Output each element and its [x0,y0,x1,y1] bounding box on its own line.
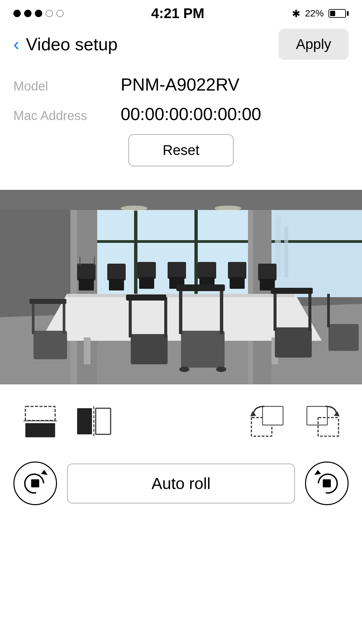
svg-rect-52 [126,294,166,301]
svg-point-23 [121,206,147,211]
svg-rect-19 [70,190,77,384]
signal-dot-3 [35,10,42,17]
svg-rect-48 [29,299,66,304]
model-row: Model PNM-A9022RV [13,74,349,95]
svg-rect-61 [308,290,311,331]
svg-rect-30 [79,279,94,290]
camera-scene-svg [0,190,362,384]
battery-icon [328,9,349,18]
page-title: Video setup [26,34,118,54]
svg-marker-77 [41,470,48,475]
auto-roll-row: Auto roll [13,462,349,505]
model-label: Model [13,79,121,94]
svg-marker-79 [314,470,321,475]
svg-rect-36 [139,277,154,289]
svg-rect-39 [198,262,216,279]
header: ‹ Video setup Apply [0,24,362,64]
svg-rect-27 [84,337,90,364]
svg-rect-66 [25,423,55,437]
svg-rect-55 [220,287,223,334]
svg-point-58 [216,367,226,372]
model-value: PNM-A9022RV [121,74,240,95]
svg-rect-43 [258,264,277,280]
apply-button[interactable]: Apply [279,29,349,60]
controls-section: Auto roll [0,384,362,522]
svg-rect-45 [34,331,67,359]
rotate-left-button[interactable] [241,401,295,441]
controls-row-1 [13,401,349,441]
svg-rect-74 [307,407,327,425]
battery-fill [330,11,335,16]
rotate-right-button[interactable] [295,401,349,441]
svg-rect-62 [271,288,313,294]
mac-row: Mac Address 00:00:00:00:00:00 [13,104,349,124]
svg-rect-53 [181,331,225,368]
rotate-cw-button[interactable] [305,462,349,505]
reset-button[interactable]: Reset [128,134,234,166]
svg-rect-31 [79,257,80,265]
svg-rect-80 [323,479,331,487]
svg-point-57 [179,367,189,372]
mac-label: Mac Address [13,109,121,123]
status-right: ✱ 22% [292,8,349,19]
bluetooth-icon: ✱ [292,8,300,19]
svg-rect-64 [327,294,330,327]
svg-rect-33 [107,264,126,280]
svg-rect-50 [129,297,132,337]
svg-rect-56 [176,284,225,291]
svg-rect-37 [168,262,186,279]
flip-vertical-button[interactable] [13,401,67,441]
svg-rect-42 [230,277,245,289]
svg-rect-12 [74,240,251,243]
header-left: ‹ Video setup [13,34,118,54]
svg-rect-32 [94,257,95,265]
info-section: Model PNM-A9022RV Mac Address 00:00:00:0… [0,64,362,190]
svg-rect-21 [248,190,253,384]
battery-body [328,9,346,18]
signal-dot-1 [13,10,21,17]
svg-rect-63 [328,324,359,351]
svg-rect-49 [131,334,168,364]
svg-rect-34 [109,279,124,290]
signal-dot-4 [46,10,53,17]
signal-dot-2 [24,10,32,17]
camera-preview [0,190,362,384]
svg-rect-35 [137,262,156,279]
rotate-ccw-button[interactable] [13,462,57,505]
svg-point-24 [215,206,241,211]
signal-dot-5 [56,10,64,17]
auto-roll-button[interactable]: Auto roll [67,464,295,503]
back-arrow-icon: ‹ [13,36,19,53]
svg-rect-47 [63,301,65,334]
status-time: 4:21 PM [151,5,204,21]
battery-tip [347,11,349,16]
svg-rect-46 [32,301,35,334]
svg-rect-41 [228,262,246,279]
svg-rect-54 [179,287,182,334]
svg-rect-29 [77,264,96,280]
svg-rect-72 [262,407,283,425]
battery-percent: 22% [305,8,324,19]
status-bar: 4:21 PM ✱ 22% [0,0,362,24]
svg-rect-17 [284,227,288,277]
svg-rect-59 [275,327,312,358]
svg-rect-70 [96,408,111,434]
mac-value: 00:00:00:00:00:00 [121,104,261,124]
reset-container: Reset [13,134,349,166]
svg-rect-22 [0,190,362,210]
svg-rect-51 [164,297,167,337]
signal-dots [13,10,64,17]
back-button[interactable]: ‹ [13,36,19,53]
svg-rect-60 [274,290,277,331]
svg-rect-78 [31,479,39,487]
svg-rect-65 [25,407,55,421]
mirror-button[interactable] [67,401,121,441]
svg-rect-68 [77,408,92,434]
